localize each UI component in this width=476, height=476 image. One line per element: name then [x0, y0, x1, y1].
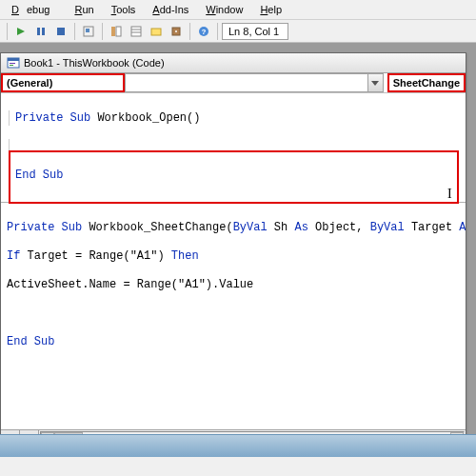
dropdown-row: (General) SheetChange	[1, 73, 466, 93]
code-text: ActiveSheet.Name = Range("A1").Value	[7, 278, 253, 291]
text-cursor-icon: I	[447, 187, 452, 202]
code-text: Workbook_Open()	[90, 111, 200, 125]
break-button[interactable]	[31, 22, 50, 41]
menu-tools[interactable]: Tools	[104, 2, 144, 17]
code-text: Object,	[308, 221, 370, 234]
menu-addins[interactable]: Add-Ins	[145, 2, 196, 17]
svg-rect-2	[42, 28, 45, 35]
svg-rect-1	[37, 28, 40, 35]
code-kw: End Sub	[7, 335, 54, 348]
menu-bar: Debug Run Tools Add-Ins Window Help	[0, 0, 476, 20]
object-dropdown[interactable]: (General)	[1, 73, 125, 92]
procedure-dropdown-text: SheetChange	[389, 75, 464, 90]
object-dropdown-ext[interactable]	[125, 73, 384, 92]
code-kw: ByVal	[370, 221, 405, 234]
object-dropdown-text: (General)	[3, 75, 123, 90]
code-editor[interactable]: Private Sub Workbook_Open() End Sub Priv…	[1, 93, 466, 422]
code-kw: ByVal	[233, 221, 268, 234]
mdi-area: Book1 - ThisWorkbook (Code) (General) Sh…	[0, 43, 476, 457]
window-title: Book1 - ThisWorkbook (Code)	[24, 57, 165, 69]
chevron-down-icon[interactable]	[367, 74, 383, 91]
svg-rect-11	[151, 29, 161, 35]
svg-rect-3	[57, 28, 65, 35]
code-text: Sh	[268, 221, 295, 234]
menu-debug[interactable]: Debug	[4, 2, 65, 17]
object-browser-button[interactable]	[147, 22, 166, 41]
code-text: Workbook_SheetChange(	[82, 221, 232, 234]
menu-help[interactable]: Help	[252, 2, 289, 17]
svg-rect-17	[8, 58, 19, 61]
menu-window[interactable]: Window	[198, 2, 250, 17]
svg-text:?: ?	[202, 28, 207, 36]
code-kw: Private Sub	[15, 111, 90, 125]
code-text: Target = Range("A1")	[20, 249, 170, 263]
menu-run[interactable]: Run	[67, 2, 101, 17]
project-explorer-button[interactable]	[107, 22, 126, 41]
code-kw: As	[294, 221, 307, 234]
design-mode-button[interactable]	[79, 22, 98, 41]
toolbar: ? Ln 8, Col 1	[0, 20, 476, 43]
svg-rect-7	[116, 27, 121, 36]
code-window: Book1 - ThisWorkbook (Code) (General) Sh…	[0, 52, 466, 447]
svg-rect-18	[10, 63, 15, 64]
code-kw: End Sub	[15, 169, 63, 182]
run-macro-button[interactable]	[11, 22, 30, 41]
position-indicator: Ln 8, Col 1	[222, 23, 288, 40]
toolbox-button[interactable]	[167, 22, 186, 41]
code-kw: Then	[171, 249, 199, 263]
procedure-dropdown[interactable]: SheetChange	[387, 73, 466, 92]
code-kw: As	[459, 221, 466, 234]
svg-marker-0	[17, 28, 25, 35]
properties-button[interactable]	[127, 22, 146, 41]
svg-point-13	[175, 30, 177, 32]
code-kw: Private Sub	[7, 221, 82, 234]
svg-marker-20	[371, 81, 379, 86]
reset-button[interactable]	[51, 22, 70, 41]
svg-rect-6	[111, 27, 115, 36]
status-strip	[0, 434, 476, 457]
vba-module-icon	[7, 56, 20, 69]
svg-rect-5	[86, 29, 89, 32]
code-kw: If	[7, 249, 20, 263]
svg-rect-19	[10, 65, 13, 66]
code-text: Target	[405, 221, 460, 234]
help-button[interactable]: ?	[194, 22, 213, 41]
window-titlebar[interactable]: Book1 - ThisWorkbook (Code)	[1, 53, 466, 73]
svg-rect-8	[131, 27, 141, 36]
